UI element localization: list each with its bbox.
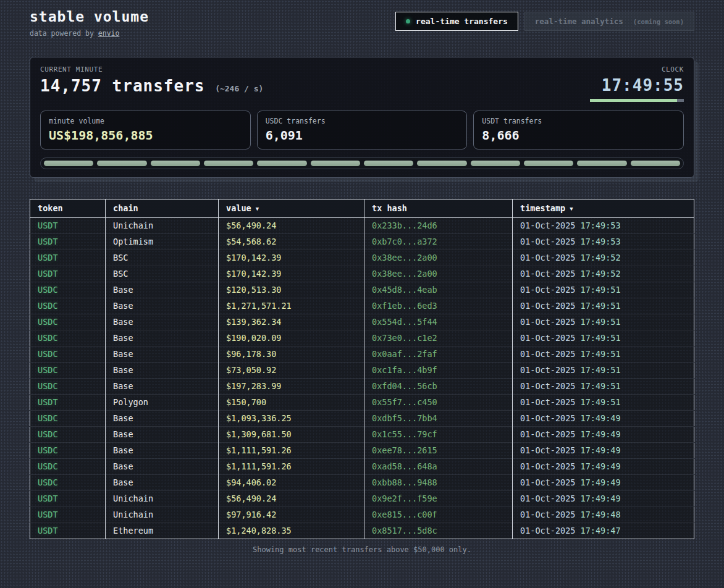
column-header-token[interactable]: token — [30, 200, 106, 218]
cell-chain: Unichain — [106, 218, 219, 234]
cell-timestamp: 01-Oct-2025 17:49:51 — [513, 330, 694, 346]
card-label: USDT transfers — [482, 117, 675, 125]
timestamp-time: 17:49:51 — [581, 333, 621, 343]
cell-tx-hash: 0x233b...24d6 — [364, 218, 513, 234]
table-row[interactable]: USDT Unichain $56,490.24 0x233b...24d6 0… — [30, 218, 694, 234]
timestamp-date: 01-Oct-2025 — [520, 477, 575, 487]
cell-timestamp: 01-Oct-2025 17:49:49 — [513, 459, 694, 475]
cell-chain: Base — [106, 314, 219, 330]
table-row[interactable]: USDC Base $1,309,681.50 0x1c55...79cf 01… — [30, 427, 694, 443]
cell-tx-hash: 0xfd04...56cb — [364, 379, 513, 395]
timestamp-time: 17:49:53 — [581, 237, 621, 246]
cell-tx-hash: 0xc1fa...4b9f — [364, 363, 513, 379]
timestamp-date: 01-Oct-2025 — [520, 365, 575, 375]
cell-value: $56,490.24 — [219, 218, 364, 234]
cell-value: $1,271,571.21 — [219, 298, 364, 314]
cell-timestamp: 01-Oct-2025 17:49:47 — [513, 523, 694, 539]
table-row[interactable]: USDC Base $139,362.34 0x554d...5f44 01-O… — [30, 314, 694, 330]
cell-chain: Unichain — [106, 491, 219, 507]
table-row[interactable]: USDT Unichain $56,490.24 0x9e2f...f59e 0… — [30, 491, 694, 507]
envio-link[interactable]: envio — [98, 29, 120, 38]
timestamp-time: 17:49:48 — [581, 510, 621, 519]
timestamp-time: 17:49:51 — [581, 397, 621, 407]
cell-tx-hash: 0x55f7...c450 — [364, 395, 513, 411]
cell-token: USDC — [30, 427, 106, 443]
timestamp-time: 17:49:49 — [581, 429, 621, 439]
table-row[interactable]: USDC Base $190,020.09 0x73e0...c1e2 01-O… — [30, 330, 694, 346]
panel-top-row: CURRENT MINUTE 14,757 transfers (~246 / … — [40, 65, 684, 102]
timestamp-time: 17:49:53 — [581, 220, 621, 230]
cell-tx-hash: 0x0aaf...2faf — [364, 346, 513, 363]
table-row[interactable]: USDT Optimism $54,568.62 0xb7c0...a372 0… — [30, 234, 694, 250]
table-row[interactable]: USDC Base $120,513.30 0x45d8...4eab 01-O… — [30, 282, 694, 298]
cell-timestamp: 01-Oct-2025 17:49:52 — [513, 250, 694, 266]
tab-real-time-analytics[interactable]: real-time analytics (coming soon) — [524, 12, 694, 31]
timestamp-date: 01-Oct-2025 — [520, 237, 575, 246]
table-row[interactable]: USDC Base $1,111,591.26 0xee78...2615 01… — [30, 443, 694, 459]
table-row[interactable]: USDC Base $94,406.02 0xbb88...9488 01-Oc… — [30, 475, 694, 491]
cell-token: USDC — [30, 459, 106, 475]
table-row[interactable]: USDT BSC $170,142.39 0x38ee...2a00 01-Oc… — [30, 266, 694, 282]
card-value: US$198,856,885 — [49, 128, 242, 143]
table-row[interactable]: USDC Base $96,178.30 0x0aaf...2faf 01-Oc… — [30, 346, 694, 363]
cell-value: $1,111,591.26 — [219, 459, 364, 475]
stat-cards: minute volume US$198,856,885 USDC transf… — [40, 111, 684, 149]
table-row[interactable]: USDC Base $1,271,571.21 0xf1eb...6ed3 01… — [30, 298, 694, 314]
cell-tx-hash: 0xad58...648a — [364, 459, 513, 475]
cell-chain: Base — [106, 475, 219, 491]
column-header-value[interactable]: value▼ — [219, 200, 364, 218]
timestamp-date: 01-Oct-2025 — [520, 397, 575, 407]
cell-tx-hash: 0xdbf5...7bb4 — [364, 411, 513, 427]
table-row[interactable]: USDC Base $73,050.92 0xc1fa...4b9f 01-Oc… — [30, 363, 694, 379]
page-title: stable volume — [30, 9, 149, 25]
timestamp-time: 17:49:52 — [581, 269, 621, 279]
table-row[interactable]: USDT Polygon $150,700 0x55f7...c450 01-O… — [30, 395, 694, 411]
cell-token: USDC — [30, 346, 106, 363]
cell-tx-hash: 0x554d...5f44 — [364, 314, 513, 330]
sort-arrow-icon: ▼ — [256, 206, 259, 212]
column-header-chain[interactable]: chain — [106, 200, 219, 218]
cell-chain: Base — [106, 459, 219, 475]
table-row[interactable]: USDT Ethereum $1,240,828.35 0x8517...5d8… — [30, 523, 694, 539]
table-row[interactable]: USDC Base $197,283.99 0xfd04...56cb 01-O… — [30, 379, 694, 395]
timestamp-time: 17:49:49 — [581, 477, 621, 487]
cell-value: $170,142.39 — [219, 266, 364, 282]
minute-segment — [631, 161, 680, 166]
timestamp-time: 17:49:52 — [581, 253, 621, 262]
column-header-timestamp[interactable]: timestamp▼ — [513, 200, 694, 218]
timestamp-time: 17:49:51 — [581, 381, 621, 391]
timestamp-date: 01-Oct-2025 — [520, 461, 575, 471]
table-row[interactable]: USDC Base $1,111,591.26 0xad58...648a 01… — [30, 459, 694, 475]
timestamp-date: 01-Oct-2025 — [520, 429, 575, 439]
clock-block: CLOCK 17:49:55 — [590, 65, 684, 102]
cell-value: $94,406.02 — [219, 475, 364, 491]
header: stable volume data powered by envio real… — [30, 9, 694, 38]
timestamp-time: 17:49:51 — [581, 285, 621, 295]
timestamp-date: 01-Oct-2025 — [520, 445, 575, 455]
cell-chain: Base — [106, 330, 219, 346]
cell-token: USDC — [30, 298, 106, 314]
sort-arrow-icon: ▼ — [570, 206, 573, 212]
tab-bar: real-time transfers real-time analytics … — [395, 12, 694, 31]
table-row[interactable]: USDC Base $1,093,336.25 0xdbf5...7bb4 01… — [30, 411, 694, 427]
timestamp-date: 01-Oct-2025 — [520, 349, 575, 359]
timestamp-date: 01-Oct-2025 — [520, 381, 575, 391]
cell-timestamp: 01-Oct-2025 17:49:49 — [513, 443, 694, 459]
column-header-tx-hash[interactable]: tx hash — [364, 200, 513, 218]
timestamp-date: 01-Oct-2025 — [520, 253, 575, 262]
cell-timestamp: 01-Oct-2025 17:49:52 — [513, 266, 694, 282]
cell-timestamp: 01-Oct-2025 17:49:51 — [513, 379, 694, 395]
table-row[interactable]: USDT BSC $170,142.39 0x38ee...2a00 01-Oc… — [30, 250, 694, 266]
cell-value: $197,283.99 — [219, 379, 364, 395]
tab-real-time-transfers[interactable]: real-time transfers — [395, 12, 518, 31]
minute-segment — [311, 161, 360, 166]
current-minute-label: CURRENT MINUTE — [40, 65, 263, 74]
timestamp-time: 17:49:51 — [581, 349, 621, 359]
cell-tx-hash: 0x8517...5d8c — [364, 523, 513, 539]
tab-label: real-time analytics — [535, 17, 623, 26]
cell-tx-hash: 0xf1eb...6ed3 — [364, 298, 513, 314]
table-row[interactable]: USDT Unichain $97,916.42 0xe815...c00f 0… — [30, 507, 694, 523]
cell-timestamp: 01-Oct-2025 17:49:48 — [513, 507, 694, 523]
timestamp-date: 01-Oct-2025 — [520, 413, 575, 423]
cell-tx-hash: 0xee78...2615 — [364, 443, 513, 459]
